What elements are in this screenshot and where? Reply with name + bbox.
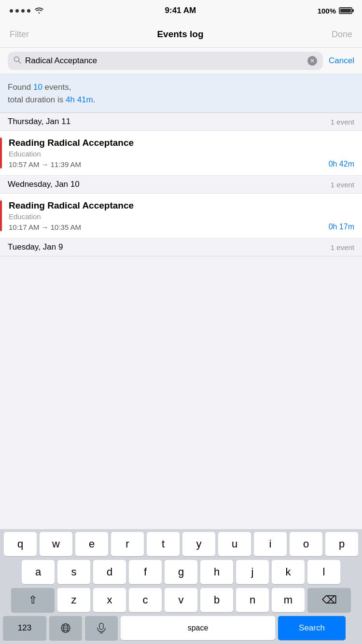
key-p[interactable]: p [325,532,358,556]
key-j[interactable]: j [236,560,269,584]
key-h[interactable]: h [200,560,233,584]
shift-key[interactable]: ⇧ [11,588,55,612]
svg-rect-7 [99,623,103,630]
keyboard-row-1: q w e r t y u i o p [0,529,362,557]
battery-icon [339,7,352,14]
event-details: Reading Radical Acceptance Education 10:… [9,200,354,231]
key-c[interactable]: c [129,588,162,612]
search-input[interactable]: Radical Acceptance [25,56,304,66]
results-suffix: . [93,95,96,104]
navigation-bar: Filter Events log Done [0,21,362,48]
svg-line-1 [19,61,21,64]
day-event-count: 1 event [331,118,354,126]
event-time: 10:57 AM → 11:39 AM [9,160,81,168]
battery-percentage: 100% [318,7,336,15]
key-e[interactable]: e [75,532,108,556]
search-clear-button[interactable]: ✕ [307,56,317,66]
day-header-title: Thursday, Jan 11 [8,117,70,126]
signal-dot-2 [15,9,19,13]
search-bar: Radical Acceptance ✕ Cancel [0,48,362,74]
globe-key[interactable] [49,616,82,640]
day-header-title: Wednesday, Jan 10 [8,180,80,189]
signal-dot-3 [21,9,25,13]
key-a[interactable]: a [22,560,55,584]
page-title: Events log [157,29,203,40]
results-middle: events, [42,83,71,92]
key-f[interactable]: f [129,560,162,584]
wifi-icon [35,7,43,15]
key-x[interactable]: x [93,588,126,612]
key-w[interactable]: w [40,532,72,556]
results-prefix: Found [8,83,33,92]
event-time-row: 10:57 AM → 11:39 AM 0h 42m [9,160,354,168]
results-count: 10 [33,83,42,92]
key-t[interactable]: t [147,532,180,556]
event-duration: 0h 42m [329,160,354,168]
key-n[interactable]: n [236,588,269,612]
search-key[interactable]: Search [278,616,346,640]
microphone-key[interactable] [85,616,118,640]
key-r[interactable]: r [111,532,144,556]
key-b[interactable]: b [200,588,233,612]
event-duration: 0h 17m [329,223,354,231]
event-category: Education [9,212,354,221]
keyboard: q w e r t y u i o p a s d f g h j k l ⇧ … [0,529,362,644]
delete-key[interactable]: ⌫ [307,588,351,612]
key-l[interactable]: l [307,560,340,584]
event-color-bar [0,200,2,231]
key-s[interactable]: s [57,560,90,584]
space-key[interactable]: space [121,616,275,640]
day-event-count: 1 event [331,243,354,252]
event-item-0[interactable]: Reading Radical Acceptance Education 10:… [0,131,362,176]
search-cancel-button[interactable]: Cancel [329,56,354,66]
key-v[interactable]: v [165,588,197,612]
signal-indicators [10,7,43,15]
day-header-title: Tuesday, Jan 9 [8,242,63,252]
key-o[interactable]: o [290,532,322,556]
event-category: Education [9,150,354,158]
event-time-row: 10:17 AM → 10:35 AM 0h 17m [9,223,354,231]
key-m[interactable]: m [272,588,305,612]
done-button[interactable]: Done [332,29,352,40]
filter-button[interactable]: Filter [10,29,29,40]
day-event-count: 1 event [331,181,354,189]
battery-container: 100% [318,7,352,15]
key-i[interactable]: i [254,532,287,556]
key-y[interactable]: y [182,532,215,556]
keyboard-row-3: ⇧ z x c v b n m ⌫ [0,585,362,613]
search-icon [14,56,21,66]
day-header-thu-jan11: Thursday, Jan 11 1 event [0,113,362,131]
event-details: Reading Radical Acceptance Education 10:… [9,138,354,168]
event-color-bar [0,138,2,168]
status-bar: 9:41 AM 100% [0,0,362,21]
signal-dot-4 [27,9,30,13]
signal-dot-1 [10,9,13,13]
results-summary: Found 10 events, total duration is 4h 41… [0,74,362,113]
event-item-1[interactable]: Reading Radical Acceptance Education 10:… [0,194,362,238]
numbers-key[interactable]: 123 [3,616,46,640]
day-header-wed-jan10: Wednesday, Jan 10 1 event [0,176,362,194]
keyboard-row-4: 123 space Search [0,613,362,644]
key-z[interactable]: z [57,588,90,612]
event-time: 10:17 AM → 10:35 AM [9,223,81,231]
key-q[interactable]: q [4,532,37,556]
day-header-tue-jan9: Tuesday, Jan 9 1 event [0,238,362,256]
search-input-wrapper[interactable]: Radical Acceptance ✕ [8,52,323,70]
key-k[interactable]: k [272,560,305,584]
key-g[interactable]: g [165,560,197,584]
event-title: Reading Radical Acceptance [9,138,354,148]
results-duration: 4h 41m [66,95,93,104]
results-line2: total duration is [8,95,66,104]
event-title: Reading Radical Acceptance [9,200,354,211]
key-u[interactable]: u [218,532,251,556]
key-d[interactable]: d [93,560,126,584]
keyboard-row-2: a s d f g h j k l [0,557,362,585]
status-time: 9:41 AM [165,6,196,15]
